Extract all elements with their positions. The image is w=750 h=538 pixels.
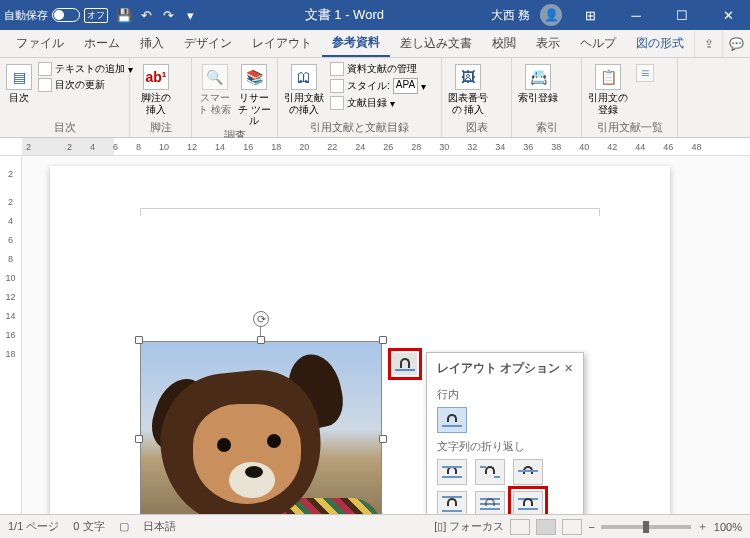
add-text-button[interactable]: テキストの追加▾ xyxy=(38,62,133,76)
redo-icon[interactable]: ↷ xyxy=(160,7,176,23)
group-toa: 📋引用文の 登録 ≡ 引用文献一覧 xyxy=(582,58,678,137)
resize-handle-nw[interactable] xyxy=(135,336,143,344)
insert-toa-button[interactable]: ≡ xyxy=(634,62,656,84)
insert-footnote-button[interactable]: ab¹脚注の 挿入 xyxy=(136,62,176,115)
resize-handle-w[interactable] xyxy=(135,435,143,443)
resize-handle-ne[interactable] xyxy=(379,336,387,344)
share-icon[interactable]: ⇪ xyxy=(694,31,722,57)
manage-sources-button[interactable]: 資料文献の管理 xyxy=(330,62,426,76)
status-bar: 1/1 ページ 0 文字 ▢ 日本語 [▯] フォーカス − ＋ 100% xyxy=(0,514,750,538)
spellcheck-icon[interactable]: ▢ xyxy=(119,520,129,533)
tab-picture-format[interactable]: 図の形式 xyxy=(626,30,694,57)
quick-access-toolbar: 💾 ↶ ↷ ▾ xyxy=(116,7,198,23)
layout-options-button-highlighted[interactable] xyxy=(388,348,422,380)
insert-citation-button[interactable]: 🕮引用文献 の挿入 xyxy=(284,62,324,115)
inline-section-label: 行内 xyxy=(437,387,573,402)
bibliography-button[interactable]: 文献目録▾ xyxy=(330,96,426,110)
autosave-label: 自動保存 xyxy=(4,8,48,23)
mark-citation-button[interactable]: 📋引用文の 登録 xyxy=(588,62,628,115)
zoom-level[interactable]: 100% xyxy=(714,521,742,533)
save-icon[interactable]: 💾 xyxy=(116,7,132,23)
researcher-button[interactable]: 📚リサーチ ツール xyxy=(238,62,272,127)
autosave-control[interactable]: 自動保存 オフ xyxy=(4,8,108,23)
page-count[interactable]: 1/1 ページ xyxy=(8,519,59,534)
qat-more-icon[interactable]: ▾ xyxy=(182,7,198,23)
language-indicator[interactable]: 日本語 xyxy=(143,519,176,534)
tab-view[interactable]: 表示 xyxy=(526,30,570,57)
popup-close-icon[interactable]: ✕ xyxy=(564,362,573,375)
wrap-inline-option[interactable] xyxy=(437,407,467,433)
print-layout-icon[interactable] xyxy=(536,519,556,535)
wrap-section-label: 文字列の折り返し xyxy=(437,439,573,454)
group-citations: 🕮引用文献 の挿入 資料文献の管理 スタイル: APA▾ 文献目録▾ 引用文献と… xyxy=(278,58,442,137)
layout-options-icon xyxy=(395,357,415,371)
toc-button[interactable]: ▤目次 xyxy=(6,62,32,104)
smart-lookup-button[interactable]: 🔍スマート 検索 xyxy=(198,62,232,115)
undo-icon[interactable]: ↶ xyxy=(138,7,154,23)
insert-caption-button[interactable]: 🖼図表番号の 挿入 xyxy=(448,62,488,115)
resize-handle-e[interactable] xyxy=(379,435,387,443)
tab-review[interactable]: 校閲 xyxy=(482,30,526,57)
ribbon: ▤目次 テキストの追加▾ 目次の更新 目次 ab¹脚注の 挿入 脚注 🔍スマート… xyxy=(0,58,750,138)
wrap-through-option[interactable] xyxy=(513,459,543,485)
citation-style-select[interactable]: スタイル: APA▾ xyxy=(330,78,426,94)
group-captions: 🖼図表番号の 挿入 図表 xyxy=(442,58,512,137)
group-footnotes: ab¹脚注の 挿入 脚注 xyxy=(130,58,192,137)
close-icon[interactable]: ✕ xyxy=(710,0,746,30)
read-mode-icon[interactable] xyxy=(510,519,530,535)
autosave-toggle[interactable] xyxy=(52,8,80,22)
web-layout-icon[interactable] xyxy=(562,519,582,535)
ribbon-tabs: ファイル ホーム 挿入 デザイン レイアウト 参考資料 差し込み文書 校閲 表示… xyxy=(0,30,750,58)
wrap-topbottom-option[interactable] xyxy=(437,491,467,514)
tab-home[interactable]: ホーム xyxy=(74,30,130,57)
group-toc: ▤目次 テキストの追加▾ 目次の更新 目次 xyxy=(0,58,130,137)
ribbon-display-icon[interactable]: ⊞ xyxy=(572,0,608,30)
autosave-state: オフ xyxy=(84,8,108,23)
tab-references[interactable]: 参考資料 xyxy=(322,30,390,57)
ruler-horizontal[interactable]: 2246810121416182022242628303234363840424… xyxy=(0,138,750,156)
minimize-icon[interactable]: ─ xyxy=(618,0,654,30)
tab-design[interactable]: デザイン xyxy=(174,30,242,57)
wrap-tight-option[interactable] xyxy=(475,459,505,485)
dog-image[interactable] xyxy=(140,341,382,514)
update-toc-button[interactable]: 目次の更新 xyxy=(38,78,133,92)
wrap-front-option-highlighted[interactable] xyxy=(513,491,543,514)
selected-image[interactable]: ⟳ xyxy=(140,341,382,514)
zoom-out-icon[interactable]: − xyxy=(588,521,594,533)
resize-handle-n[interactable] xyxy=(257,336,265,344)
tab-help[interactable]: ヘルプ xyxy=(570,30,626,57)
user-name: 大西 務 xyxy=(491,7,530,24)
layout-options-popup: レイアウト オプション ✕ 行内 文字列の折り返し 文字列と一緒に移動する(M)… xyxy=(426,352,584,514)
group-research: 🔍スマート 検索 📚リサーチ ツール 調査 xyxy=(192,58,278,137)
popup-title: レイアウト オプション xyxy=(437,361,560,376)
user-avatar-icon[interactable]: 👤 xyxy=(540,4,562,26)
document-area[interactable]: 224681012141618 ⟳ レイアウト xyxy=(0,156,750,514)
wrap-square-option[interactable] xyxy=(437,459,467,485)
maximize-icon[interactable]: ☐ xyxy=(664,0,700,30)
title-bar: 自動保存 オフ 💾 ↶ ↷ ▾ 文書 1 - Word 大西 務 👤 ⊞ ─ ☐… xyxy=(0,0,750,30)
document-title: 文書 1 - Word xyxy=(198,6,491,24)
comments-icon[interactable]: 💬 xyxy=(722,31,750,57)
wrap-behind-option[interactable] xyxy=(475,491,505,514)
word-count[interactable]: 0 文字 xyxy=(73,519,104,534)
focus-mode-button[interactable]: [▯] フォーカス xyxy=(434,519,504,534)
tab-insert[interactable]: 挿入 xyxy=(130,30,174,57)
mark-index-button[interactable]: 📇索引登録 xyxy=(518,62,558,104)
group-index: 📇索引登録 索引 xyxy=(512,58,582,137)
tab-mailings[interactable]: 差し込み文書 xyxy=(390,30,482,57)
tab-layout[interactable]: レイアウト xyxy=(242,30,322,57)
zoom-slider[interactable] xyxy=(601,525,691,529)
rotate-handle-icon[interactable]: ⟳ xyxy=(253,311,269,327)
zoom-in-icon[interactable]: ＋ xyxy=(697,519,708,534)
tab-file[interactable]: ファイル xyxy=(6,30,74,57)
ruler-vertical[interactable]: 224681012141618 xyxy=(0,156,22,514)
